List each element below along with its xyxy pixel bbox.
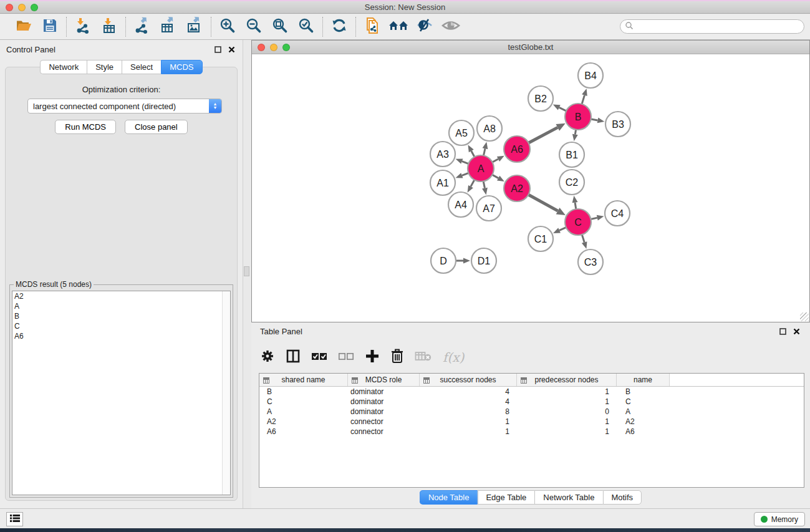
- result-item[interactable]: C: [12, 321, 230, 331]
- import-table-button[interactable]: [100, 17, 118, 36]
- run-mcds-button[interactable]: Run MCDS: [55, 120, 116, 134]
- close-table-panel-button[interactable]: [791, 326, 801, 336]
- open-session-button[interactable]: [14, 17, 33, 36]
- table-row[interactable]: Adominator80A: [259, 407, 804, 417]
- save-session-button[interactable]: [41, 17, 59, 36]
- table-toolbar: f(x): [260, 344, 464, 371]
- result-item[interactable]: A6: [12, 331, 230, 341]
- zoom-fit-button[interactable]: [271, 17, 289, 36]
- network-minimize-button[interactable]: [270, 44, 277, 51]
- trash-icon: [390, 349, 404, 366]
- table-options-button[interactable]: [260, 349, 275, 366]
- network-zoom-button[interactable]: [282, 44, 290, 51]
- graph-node-label: A5: [455, 128, 468, 138]
- zoom-out-button[interactable]: [244, 17, 263, 36]
- table-header-row: shared nameMCDS rolesuccessor nodesprede…: [259, 374, 804, 387]
- show-task-history-button[interactable]: [6, 512, 23, 526]
- delete-columns-button[interactable]: [390, 349, 404, 366]
- column-header[interactable]: successor nodes: [420, 374, 517, 386]
- plus-icon: [365, 349, 380, 366]
- network-window-controls: [258, 44, 290, 51]
- table-row[interactable]: Cdominator41C: [259, 397, 804, 407]
- tab-motifs[interactable]: Motifs: [602, 490, 642, 505]
- graph-node-label: B1: [566, 150, 578, 160]
- graph-node-label: A6: [511, 144, 523, 155]
- hide-selected-button[interactable]: [415, 17, 434, 36]
- search-input[interactable]: [636, 21, 804, 32]
- export-table-button[interactable]: [159, 17, 178, 36]
- checked-boxes-icon: [311, 351, 327, 364]
- graph-node-label: B4: [584, 70, 597, 81]
- table-cell: A2: [259, 417, 348, 426]
- columns-icon: [286, 349, 301, 366]
- minimize-window-button[interactable]: [18, 4, 26, 11]
- close-panel-button[interactable]: [226, 44, 236, 54]
- window-resize-grip-icon[interactable]: [800, 312, 809, 321]
- create-column-button[interactable]: [365, 349, 380, 366]
- search-field[interactable]: [620, 19, 804, 34]
- first-neighbors-button[interactable]: [389, 17, 408, 36]
- new-network-from-selection-button[interactable]: [363, 17, 382, 36]
- unselect-all-columns-button[interactable]: [338, 351, 354, 364]
- houses-icon: [388, 17, 408, 37]
- tab-mcds[interactable]: MCDS: [161, 60, 202, 74]
- table-row[interactable]: Bdominator41B: [259, 387, 804, 397]
- graph-node-label: B: [575, 112, 582, 122]
- node-table[interactable]: shared nameMCDS rolesuccessor nodesprede…: [259, 373, 804, 488]
- network-close-button[interactable]: [258, 44, 265, 51]
- export-image-button[interactable]: [185, 17, 204, 36]
- column-type-icon: [263, 377, 269, 385]
- float-panel-button[interactable]: [213, 44, 223, 54]
- zoom-window-button[interactable]: [31, 4, 38, 11]
- select-all-columns-button[interactable]: [311, 351, 327, 364]
- desktop-wallpaper-strip: [0, 528, 810, 532]
- column-header[interactable]: predecessor nodes: [517, 374, 617, 386]
- memory-button[interactable]: Memory: [754, 512, 805, 526]
- criterion-dropdown[interactable]: largest connected component (directed) ▲…: [27, 99, 222, 114]
- result-scrollbar[interactable]: [222, 291, 230, 495]
- table-cell: dominator: [348, 407, 420, 416]
- mcds-result-list[interactable]: A2ABCA6: [12, 291, 231, 495]
- zoom-in-button[interactable]: [218, 17, 237, 36]
- float-table-panel-button[interactable]: [778, 326, 788, 336]
- close-window-button[interactable]: [6, 4, 13, 11]
- graph-node-label: B3: [612, 119, 624, 130]
- column-header[interactable]: name: [617, 374, 670, 386]
- column-header[interactable]: shared name: [259, 374, 348, 386]
- show-column-button[interactable]: [286, 349, 301, 366]
- tab-edge-table[interactable]: Edge Table: [477, 490, 534, 505]
- memory-status-icon: [761, 516, 768, 523]
- zoom-in-icon: [219, 17, 236, 37]
- network-window-titlebar[interactable]: testGlobe.txt: [252, 41, 809, 54]
- apply-layout-button[interactable]: [330, 17, 349, 36]
- result-item[interactable]: B: [12, 311, 230, 321]
- table-cell: C: [617, 397, 670, 406]
- zoom-selected-button[interactable]: [297, 17, 316, 36]
- tab-network-table[interactable]: Network Table: [534, 490, 602, 505]
- show-graphics-details-button[interactable]: [441, 17, 460, 36]
- tab-network[interactable]: Network: [40, 60, 87, 74]
- main-toolbar: [0, 14, 810, 40]
- main-area: Control Panel NetworkStyleSelectMCDS Opt…: [0, 40, 810, 508]
- close-panel-action-button[interactable]: Close panel: [125, 120, 188, 134]
- function-builder-button[interactable]: f(x): [443, 350, 464, 365]
- splitter-grip[interactable]: [244, 266, 249, 276]
- gear-icon: [260, 349, 275, 366]
- result-item[interactable]: A2: [12, 291, 230, 301]
- tab-select[interactable]: Select: [122, 60, 161, 74]
- export-image-icon: [186, 17, 203, 37]
- tab-node-table[interactable]: Node Table: [420, 490, 478, 505]
- table-cell: connector: [348, 427, 420, 436]
- export-network-button[interactable]: [133, 17, 152, 36]
- zoom-selected-icon: [297, 17, 315, 37]
- table-row[interactable]: A2connector11A2: [259, 417, 804, 427]
- delete-table-button[interactable]: [415, 350, 432, 365]
- network-canvas[interactable]: AA1A2A3A4A5A6A7A8BB1B2B3B4CC1C2C3C4DD1: [252, 55, 809, 322]
- tab-style[interactable]: Style: [87, 60, 122, 74]
- result-item[interactable]: A: [12, 301, 230, 311]
- column-header[interactable]: MCDS role: [348, 374, 420, 386]
- edge-arrowhead-icon: [572, 196, 578, 203]
- import-network-button[interactable]: [74, 17, 92, 36]
- table-row[interactable]: A6connector11A6: [259, 427, 804, 437]
- edge-arrowhead-icon: [482, 188, 488, 195]
